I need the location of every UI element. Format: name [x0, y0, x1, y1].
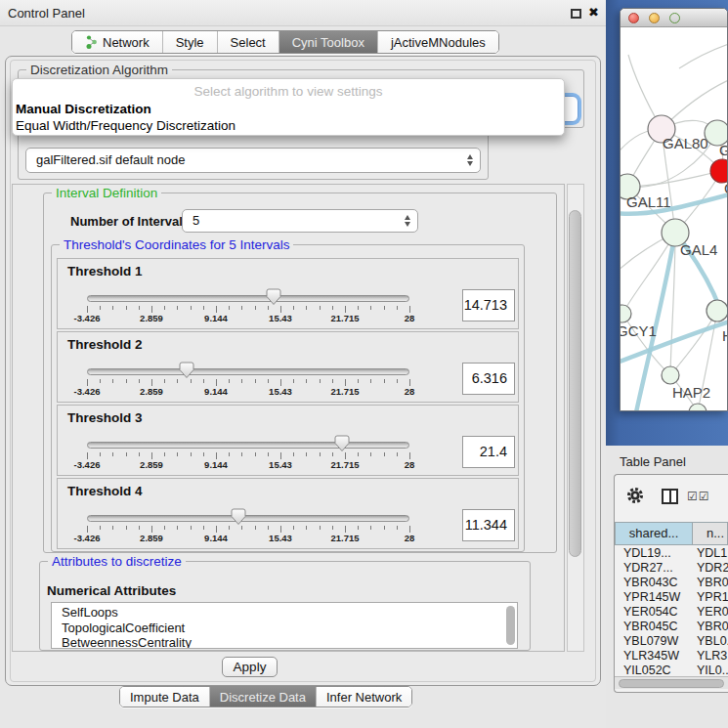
table-row[interactable]: YER054CYER0...	[616, 605, 728, 620]
slider-tick	[164, 526, 165, 530]
slider-tick	[191, 452, 192, 456]
popup-option-manual[interactable]: Manual Discretization	[13, 101, 564, 117]
table-row[interactable]: YBR043CYBR0...	[616, 576, 728, 590]
table-horizontal-scrollbar[interactable]	[615, 676, 728, 689]
tab-jactivemnodules[interactable]: jActiveMNodules	[378, 31, 498, 53]
tab-cyni-toolbox[interactable]: Cyni Toolbox	[279, 31, 378, 53]
threshold-value-field[interactable]: 11.344	[462, 509, 515, 541]
slider-tick	[293, 379, 294, 383]
cell-shared-name: YBR043C	[616, 576, 693, 590]
network-graph: GAL80GACGAL11GAL4GCY1HHAP2	[621, 27, 727, 410]
popup-option-equal-width[interactable]: Equal Width/Frequency Discretization	[13, 117, 564, 134]
attribute-list-item[interactable]: BetweennessCentrality	[52, 635, 517, 649]
attribute-list-item[interactable]: TopologicalCoefficient	[52, 621, 517, 636]
table-row[interactable]: YLR345WYLR3...	[616, 649, 728, 664]
slider-tick	[151, 379, 152, 386]
cell-name: YLR3...	[693, 649, 728, 664]
tab-style[interactable]: Style	[163, 31, 218, 53]
slider-scale-label: 21.715	[325, 386, 364, 397]
slider-tick	[216, 379, 217, 386]
slider-scale-label: 21.715	[325, 533, 364, 543]
slider-track[interactable]	[87, 515, 409, 522]
slider-track[interactable]	[87, 442, 409, 449]
threshold-value-field[interactable]: 21.4	[462, 436, 515, 468]
close-icon[interactable]: ✖	[588, 5, 599, 20]
table-row[interactable]: YDL19...YDL1...	[616, 546, 728, 561]
slider-tick	[126, 306, 127, 310]
slider-tick	[100, 452, 101, 456]
tab-select[interactable]: Select	[218, 31, 279, 53]
network-window-titlebar[interactable]	[621, 9, 727, 27]
network-node-gcy1[interactable]	[621, 305, 631, 322]
slider-tick	[241, 379, 242, 383]
slider-scale-label: 28	[390, 386, 429, 397]
slider-scale-label: 9.144	[196, 533, 236, 543]
attribute-list-item[interactable]: SelfLoops	[52, 605, 517, 621]
slider-tick	[255, 379, 256, 383]
table-row[interactable]: YPR145WYPR1...	[616, 590, 728, 605]
threshold-panel-4: Threshold 4-3.4262.8599.14415.4321.71528…	[57, 478, 519, 549]
network-canvas[interactable]: GAL80GACGAL11GAL4GCY1HHAP2	[621, 27, 727, 410]
network-node-label: GAL11	[626, 193, 671, 210]
combo-arrows-icon	[467, 154, 473, 166]
table-row[interactable]: YDR27...YDR2...	[616, 561, 728, 576]
column-header-shared-name[interactable]: shared...	[615, 522, 693, 545]
slider-tick	[293, 306, 294, 310]
cell-name: YIL0...	[693, 664, 728, 675]
slider-tick	[177, 379, 178, 383]
tab-discretize-data[interactable]: Discretize Data	[210, 687, 317, 707]
cell-shared-name: YPR145W	[616, 590, 693, 605]
minimize-traffic-light[interactable]	[649, 13, 660, 23]
slider-tick	[203, 526, 204, 530]
slider-handle[interactable]	[266, 288, 281, 306]
slider-tick	[112, 526, 113, 530]
float-window-icon[interactable]	[571, 9, 581, 19]
tab-infer-network[interactable]: Infer Network	[317, 687, 411, 707]
cell-name: YPR1...	[693, 590, 728, 605]
settings-scrollbar-thumb[interactable]	[569, 210, 581, 557]
tab-label: Network	[103, 35, 150, 50]
slider-track[interactable]	[87, 368, 409, 375]
number-of-intervals-spinner[interactable]: 5	[182, 209, 418, 233]
slider-tick	[216, 452, 217, 459]
popup-hint-item[interactable]: Select algorithm to view settings	[13, 82, 564, 101]
slider-tick	[164, 306, 165, 310]
slider-handle[interactable]	[231, 508, 246, 526]
tab-network[interactable]: Network	[72, 31, 163, 53]
threshold-value-field[interactable]: 14.713	[462, 289, 515, 321]
slider-handle[interactable]	[179, 362, 194, 379]
table-data-value: galFiltered.sif default node	[36, 152, 185, 167]
slider-tick	[216, 526, 217, 533]
slider-handle[interactable]	[334, 435, 350, 452]
close-traffic-light[interactable]	[628, 13, 639, 23]
interval-group-title: Interval Definition	[52, 186, 161, 200]
cell-shared-name: YDR27...	[616, 561, 693, 576]
threshold-value-field[interactable]: 6.316	[462, 363, 515, 395]
slider-track[interactable]	[87, 295, 409, 302]
slider-tick	[370, 306, 371, 310]
numerical-attributes-list[interactable]: SelfLoopsTopologicalCoefficientBetweenne…	[51, 602, 518, 649]
zoom-traffic-light[interactable]	[669, 13, 680, 23]
tab-label: Impute Data	[130, 690, 199, 705]
table-hscrollbar-thumb[interactable]	[619, 679, 724, 688]
slider-tick	[139, 379, 140, 383]
network-node-h[interactable]	[707, 300, 727, 321]
network-node-hap2[interactable]	[662, 366, 679, 384]
table-row[interactable]: YIL052CYIL0...	[616, 664, 728, 675]
table-data-combobox[interactable]: galFiltered.sif default node	[25, 148, 481, 173]
slider-tick	[100, 379, 101, 383]
slider-tick	[320, 526, 321, 530]
gear-icon[interactable]	[625, 486, 645, 509]
checkbox-icons[interactable]: ☑☑	[687, 490, 710, 503]
apply-button[interactable]: Apply	[222, 657, 278, 677]
slider-scale-label: 15.43	[261, 386, 300, 397]
table-row[interactable]: YBL079WYBL0...	[616, 634, 728, 649]
slider-scale-label: 28	[390, 459, 429, 470]
attributes-list-scrollbar-thumb[interactable]	[506, 606, 515, 645]
table-row[interactable]: YBR045CYBR0...	[616, 620, 728, 634]
cell-shared-name: YER054C	[616, 605, 693, 620]
column-header-name[interactable]: n...	[693, 522, 728, 545]
tab-impute-data[interactable]: Impute Data	[120, 687, 210, 707]
network-node[interactable]	[689, 404, 707, 410]
columns-icon[interactable]	[662, 489, 678, 504]
